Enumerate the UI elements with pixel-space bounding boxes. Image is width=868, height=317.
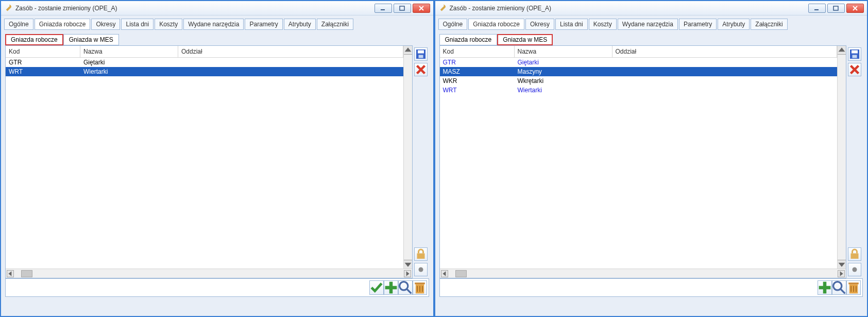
tab-parametry[interactable]: Parametry xyxy=(245,19,282,30)
tab-wydane-narzędzia[interactable]: Wydane narzędzia xyxy=(183,19,244,30)
svg-rect-5 xyxy=(417,254,424,259)
tab-załączniki[interactable]: Załączniki xyxy=(317,19,353,30)
subtab-gniazda-robocze[interactable]: Gniazda robocze xyxy=(439,34,498,45)
subtab-gniazda-w-mes[interactable]: Gniazda w MES xyxy=(63,34,119,45)
column-header-nazwa[interactable]: Nazwa xyxy=(80,46,178,57)
tab-koszty[interactable]: Koszty xyxy=(155,19,182,30)
table-row[interactable]: WRTWiertarki xyxy=(440,86,838,95)
tab-wydane-narzędzia[interactable]: Wydane narzędzia xyxy=(618,19,678,30)
wrench-icon xyxy=(438,4,447,12)
search-button[interactable] xyxy=(832,280,846,295)
scroll-thumb[interactable] xyxy=(21,270,32,277)
add-button[interactable] xyxy=(384,280,398,295)
svg-rect-13 xyxy=(833,6,838,10)
lock-button[interactable] xyxy=(414,247,428,261)
close-button[interactable] xyxy=(413,4,430,13)
tab-ogólne[interactable]: Ogólne xyxy=(438,19,468,30)
table-row[interactable]: WKRWkrętarki xyxy=(440,76,838,86)
side-toolbar xyxy=(413,45,429,278)
cell-nazwa: Maszyny xyxy=(515,67,612,76)
cell-oddzial xyxy=(178,58,403,67)
column-header-nazwa[interactable]: Nazwa xyxy=(515,46,612,57)
cell-oddzial xyxy=(612,76,838,86)
cell-oddzial xyxy=(178,67,403,76)
minimize-button[interactable] xyxy=(808,4,826,13)
tab-atrybuty[interactable]: Atrybuty xyxy=(284,19,316,30)
cell-oddzial xyxy=(612,67,838,76)
more-button[interactable] xyxy=(848,263,861,276)
tab-koszty[interactable]: Koszty xyxy=(589,19,617,30)
tab-gniazda-robocze[interactable]: Gniazda robocze xyxy=(35,19,91,30)
svg-rect-12 xyxy=(814,9,819,10)
trash-button[interactable] xyxy=(413,280,427,295)
scroll-up-icon[interactable] xyxy=(838,46,846,55)
tab-gniazda-robocze[interactable]: Gniazda robocze xyxy=(468,19,524,30)
cell-oddzial xyxy=(612,86,838,95)
svg-rect-16 xyxy=(853,55,857,58)
svg-rect-20 xyxy=(819,286,831,290)
column-header-kod[interactable]: Kod xyxy=(440,46,515,57)
table-row[interactable]: GTRGiętarki xyxy=(440,58,838,67)
tab-lista-dni[interactable]: Lista dni xyxy=(121,19,154,30)
scroll-down-icon[interactable] xyxy=(404,260,412,269)
more-button[interactable] xyxy=(414,263,428,276)
subtab-gniazda-robocze[interactable]: Gniazda robocze xyxy=(5,34,63,45)
delete-button[interactable] xyxy=(414,63,428,76)
tab-atrybuty[interactable]: Atrybuty xyxy=(718,19,750,30)
cell-kod: MASZ xyxy=(440,67,515,76)
scroll-thumb[interactable] xyxy=(455,270,467,277)
column-header-oddzial[interactable]: Oddział xyxy=(612,46,838,57)
svg-rect-17 xyxy=(851,254,859,259)
minimize-button[interactable] xyxy=(375,4,392,13)
sub-tabs: Gniazda roboczeGniazda w MES xyxy=(5,34,429,45)
delete-button[interactable] xyxy=(848,63,861,76)
table-row[interactable]: GTRGiętarki xyxy=(6,58,403,67)
confirm-button[interactable] xyxy=(369,280,384,295)
window-title: Zasób - zostanie zmieniony (OPE_A) xyxy=(450,5,809,12)
maximize-button[interactable] xyxy=(394,4,411,13)
tab-załączniki[interactable]: Załączniki xyxy=(751,19,787,30)
search-button[interactable] xyxy=(398,280,413,295)
tab-parametry[interactable]: Parametry xyxy=(679,19,717,30)
scroll-right-icon[interactable] xyxy=(404,270,411,277)
cell-nazwa: Giętarki xyxy=(80,58,178,67)
scroll-left-icon[interactable] xyxy=(7,270,14,277)
tab-lista-dni[interactable]: Lista dni xyxy=(555,19,588,30)
scroll-left-icon[interactable] xyxy=(441,270,448,277)
scroll-up-icon[interactable] xyxy=(404,46,412,55)
footer-toolbar xyxy=(5,278,429,297)
cell-nazwa: Wkrętarki xyxy=(515,76,612,86)
tab-okresy[interactable]: Okresy xyxy=(525,19,554,30)
maximize-button[interactable] xyxy=(827,4,845,13)
save-button[interactable] xyxy=(414,47,428,61)
cell-kod: WRT xyxy=(440,86,515,95)
table-row[interactable]: MASZMaszyny xyxy=(440,67,838,76)
subtab-gniazda-w-mes[interactable]: Gniazda w MES xyxy=(497,34,553,45)
close-button[interactable] xyxy=(846,4,864,13)
horizontal-scrollbar[interactable] xyxy=(440,269,846,278)
svg-point-9 xyxy=(399,282,407,290)
scroll-right-icon[interactable] xyxy=(838,270,845,277)
horizontal-scrollbar[interactable] xyxy=(6,269,412,278)
add-button[interactable] xyxy=(818,280,832,295)
tab-ogólne[interactable]: Ogólne xyxy=(4,19,33,30)
column-header-kod[interactable]: Kod xyxy=(6,46,80,57)
svg-point-6 xyxy=(418,268,423,272)
save-button[interactable] xyxy=(848,47,861,61)
svg-rect-8 xyxy=(385,286,397,290)
grid: KodNazwaOddziałGTRGiętarkiMASZMaszynyWKR… xyxy=(439,45,847,278)
cell-nazwa: Giętarki xyxy=(515,58,612,67)
column-header-oddzial[interactable]: Oddział xyxy=(178,46,403,57)
sub-tabs: Gniazda roboczeGniazda w MES xyxy=(439,34,863,45)
lock-button[interactable] xyxy=(848,247,861,261)
main-tabs: OgólneGniazda roboczeOkresyLista dniKosz… xyxy=(435,15,867,30)
tab-okresy[interactable]: Okresy xyxy=(91,19,120,30)
footer-toolbar xyxy=(439,278,863,297)
svg-rect-4 xyxy=(418,55,423,58)
titlebar: Zasób - zostanie zmieniony (OPE_A) xyxy=(1,1,433,15)
table-row[interactable]: WRTWiertarki xyxy=(6,67,403,76)
svg-rect-1 xyxy=(400,6,404,10)
scroll-down-icon[interactable] xyxy=(838,260,846,269)
trash-button[interactable] xyxy=(846,280,861,295)
cell-kod: WRT xyxy=(6,67,80,76)
